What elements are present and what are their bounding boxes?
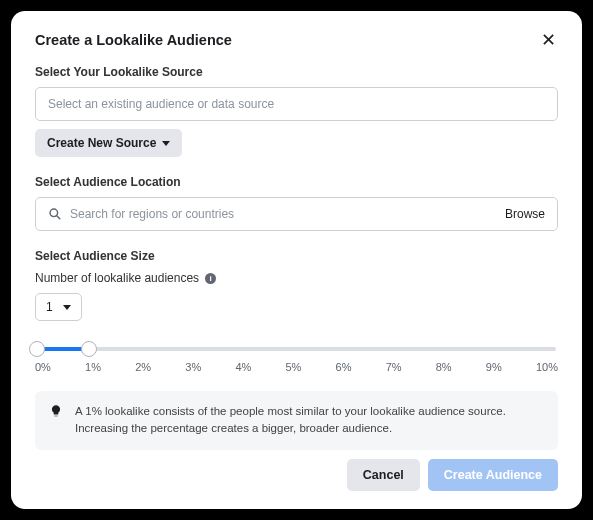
lookalike-modal: Create a Lookalike Audience ✕ Select You… bbox=[11, 11, 582, 509]
svg-line-1 bbox=[57, 216, 61, 220]
modal-title: Create a Lookalike Audience bbox=[35, 32, 232, 48]
size-slider[interactable]: 0%1%2%3%4%5%6%7%8%9%10% bbox=[35, 347, 558, 373]
search-icon bbox=[48, 207, 62, 221]
slider-tick: 5% bbox=[285, 361, 301, 373]
create-new-source-label: Create New Source bbox=[47, 136, 156, 150]
slider-handle-start[interactable] bbox=[29, 341, 45, 357]
lightbulb-icon bbox=[49, 403, 63, 438]
cancel-button[interactable]: Cancel bbox=[347, 459, 420, 491]
create-new-source-button[interactable]: Create New Source bbox=[35, 129, 182, 157]
slider-ticks: 0%1%2%3%4%5%6%7%8%9%10% bbox=[35, 361, 558, 373]
create-audience-button[interactable]: Create Audience bbox=[428, 459, 558, 491]
chevron-down-icon bbox=[63, 305, 71, 310]
location-input[interactable]: Search for regions or countries Browse bbox=[35, 197, 558, 231]
source-placeholder: Select an existing audience or data sour… bbox=[48, 97, 274, 111]
slider-tick: 10% bbox=[536, 361, 558, 373]
size-sub-label: Number of lookalike audiences bbox=[35, 271, 199, 285]
slider-tick: 3% bbox=[185, 361, 201, 373]
audience-count-select[interactable]: 1 bbox=[35, 293, 82, 321]
info-icon[interactable]: i bbox=[205, 273, 216, 284]
slider-tick: 2% bbox=[135, 361, 151, 373]
slider-tick: 9% bbox=[486, 361, 502, 373]
location-placeholder: Search for regions or countries bbox=[70, 207, 234, 221]
tip-box: A 1% lookalike consists of the people mo… bbox=[35, 391, 558, 450]
modal-header: Create a Lookalike Audience ✕ bbox=[35, 31, 558, 49]
slider-handle-end[interactable] bbox=[81, 341, 97, 357]
audience-count-value: 1 bbox=[46, 300, 53, 314]
close-icon[interactable]: ✕ bbox=[538, 31, 558, 49]
svg-point-0 bbox=[50, 209, 58, 217]
slider-tick: 0% bbox=[35, 361, 51, 373]
source-section-label: Select Your Lookalike Source bbox=[35, 65, 558, 79]
tip-text: A 1% lookalike consists of the people mo… bbox=[75, 403, 544, 438]
source-input[interactable]: Select an existing audience or data sour… bbox=[35, 87, 558, 121]
slider-tick: 1% bbox=[85, 361, 101, 373]
slider-tick: 8% bbox=[436, 361, 452, 373]
size-section-label: Select Audience Size bbox=[35, 249, 558, 263]
slider-tick: 4% bbox=[235, 361, 251, 373]
size-sub-label-row: Number of lookalike audiences i bbox=[35, 271, 558, 285]
slider-tick: 6% bbox=[336, 361, 352, 373]
slider-tick: 7% bbox=[386, 361, 402, 373]
browse-link[interactable]: Browse bbox=[505, 207, 545, 221]
slider-track bbox=[37, 347, 556, 351]
chevron-down-icon bbox=[162, 141, 170, 146]
modal-footer: Cancel Create Audience bbox=[347, 459, 558, 491]
location-section-label: Select Audience Location bbox=[35, 175, 558, 189]
